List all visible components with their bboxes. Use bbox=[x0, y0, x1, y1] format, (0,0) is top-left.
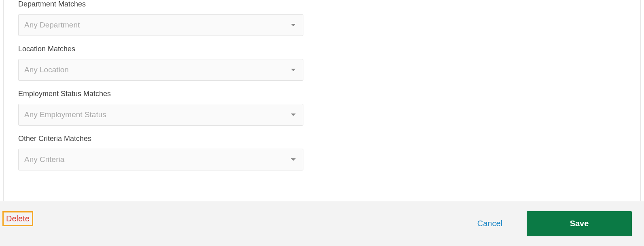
other-criteria-field-group: Other Criteria Matches Any Criteria bbox=[18, 135, 640, 170]
employment-status-field-group: Employment Status Matches Any Employment… bbox=[18, 90, 640, 126]
footer-actions: Cancel Save bbox=[477, 211, 632, 236]
other-criteria-select[interactable]: Any Criteria bbox=[18, 149, 303, 170]
other-criteria-label: Other Criteria Matches bbox=[18, 135, 640, 143]
form-panel: Department Matches Any Department Locati… bbox=[3, 0, 641, 201]
department-label: Department Matches bbox=[18, 0, 640, 8]
department-field-group: Department Matches Any Department bbox=[18, 0, 640, 36]
caret-down-icon bbox=[291, 24, 296, 26]
delete-button[interactable]: Delete bbox=[2, 211, 33, 226]
department-select[interactable]: Any Department bbox=[18, 14, 303, 36]
other-criteria-placeholder: Any Criteria bbox=[24, 155, 64, 164]
save-button[interactable]: Save bbox=[527, 211, 632, 236]
footer-bar: Delete Cancel Save bbox=[0, 201, 644, 246]
location-select[interactable]: Any Location bbox=[18, 59, 303, 81]
employment-status-placeholder: Any Employment Status bbox=[24, 110, 106, 119]
employment-status-label: Employment Status Matches bbox=[18, 90, 640, 98]
department-placeholder: Any Department bbox=[24, 21, 80, 29]
caret-down-icon bbox=[291, 114, 296, 116]
employment-status-select[interactable]: Any Employment Status bbox=[18, 104, 303, 126]
location-field-group: Location Matches Any Location bbox=[18, 45, 640, 81]
cancel-button[interactable]: Cancel bbox=[477, 219, 502, 228]
location-label: Location Matches bbox=[18, 45, 640, 53]
caret-down-icon bbox=[291, 69, 296, 71]
location-placeholder: Any Location bbox=[24, 65, 69, 74]
caret-down-icon bbox=[291, 158, 296, 161]
